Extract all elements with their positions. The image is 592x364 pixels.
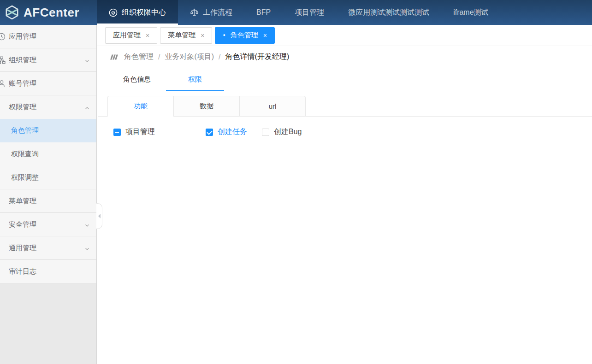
- tree-node-project-mgmt: 项目管理: [113, 127, 206, 137]
- top-menu-item-bfp[interactable]: BFP: [244, 0, 283, 25]
- clock-icon: [0, 33, 6, 41]
- afcenter-logo-icon: [4, 5, 20, 20]
- tab-role-info[interactable]: 角色信息: [108, 68, 166, 91]
- breadcrumb-item-role-mgmt[interactable]: 角色管理: [124, 52, 154, 62]
- sidebar-item-audit-log[interactable]: 审计日志: [0, 260, 96, 283]
- collapse-left-arrow-icon: [98, 214, 101, 218]
- top-menu: 组织权限中心 工作流程 BFP 项目管理 微应用测试测试测试测试 iframe测…: [97, 0, 501, 25]
- sidebar-item-label: 组织管理: [9, 56, 36, 65]
- breadcrumb-item-role-detail: 角色详情(开发经理): [225, 52, 290, 62]
- sidebar-item-label: 账号管理: [9, 79, 36, 88]
- sidebar-item-security-mgmt[interactable]: 安全管理: [0, 213, 96, 236]
- sidebar-item-label: 应用管理: [9, 32, 36, 41]
- sidebar-item-label: 菜单管理: [9, 197, 36, 205]
- tree-node-label[interactable]: 创建Bug: [274, 127, 302, 137]
- sidebar-item-app-mgmt[interactable]: 应用管理: [0, 25, 96, 48]
- breadcrumb: 角色管理 / 业务对象(项目) / 角色详情(开发经理): [97, 46, 592, 68]
- top-menu-item-workflow[interactable]: 工作流程: [178, 0, 244, 25]
- content-divider: [98, 150, 592, 150]
- tab-label: 权限: [188, 75, 202, 84]
- checkbox-indeterminate[interactable]: [113, 129, 121, 136]
- role-detail-tabs: 角色信息 权限: [97, 68, 592, 91]
- chevron-down-icon: [84, 222, 90, 229]
- heart-badge-icon: [109, 8, 118, 17]
- sidebar-item-label: 权限查询: [11, 150, 39, 159]
- sidebar: 应用管理 组织管理: [0, 25, 97, 364]
- sidebar-item-account-mgmt[interactable]: 账号管理: [0, 72, 96, 95]
- top-menu-item-org-perm-center[interactable]: 组织权限中心: [97, 0, 178, 25]
- user-icon: [0, 80, 6, 88]
- close-icon[interactable]: ×: [201, 32, 204, 39]
- breadcrumb-separator: /: [219, 53, 220, 61]
- main-area: 应用管理 × 菜单管理 × ● 角色管理 ×: [97, 25, 592, 364]
- chevron-down-icon: [84, 57, 90, 65]
- sidebar-item-perm-adjust[interactable]: 权限调整: [0, 166, 96, 189]
- page-tab-app-mgmt[interactable]: 应用管理 ×: [105, 27, 157, 44]
- scale-icon: [190, 8, 199, 17]
- perm-tab-label: 数据: [200, 102, 213, 111]
- checkbox-checked[interactable]: [206, 129, 213, 136]
- active-dot-icon: ●: [223, 33, 225, 37]
- tab-label: 角色信息: [123, 75, 151, 84]
- tree-node-label[interactable]: 创建任务: [218, 127, 247, 137]
- chevron-down-icon: [84, 245, 90, 253]
- sidebar-item-perm-query[interactable]: 权限查询: [0, 142, 96, 166]
- sidebar-item-menu-mgmt[interactable]: 菜单管理: [0, 189, 96, 213]
- permission-type-tabs: 功能 数据 url: [97, 96, 592, 117]
- sidebar-item-perm-mgmt[interactable]: 权限管理: [0, 95, 96, 119]
- permission-tree: 项目管理 创建任务 创建Bug: [97, 117, 592, 137]
- tree-node-create-task: 创建任务: [206, 127, 247, 137]
- sidebar-item-label: 通用管理: [9, 244, 36, 252]
- tab-permissions[interactable]: 权限: [166, 68, 224, 91]
- page-tab-menu-mgmt[interactable]: 菜单管理 ×: [160, 27, 212, 44]
- page-tab-role-mgmt[interactable]: ● 角色管理 ×: [215, 27, 275, 44]
- brand-logo[interactable]: AFCenter: [0, 0, 97, 25]
- checkbox-unchecked[interactable]: [262, 129, 269, 136]
- close-icon[interactable]: ×: [263, 32, 267, 39]
- top-menu-label: 项目管理: [295, 8, 324, 18]
- top-menu-item-microapp-test[interactable]: 微应用测试测试测试测试: [336, 0, 441, 25]
- sidebar-collapse-handle[interactable]: [96, 203, 102, 229]
- top-menu-item-project-mgmt[interactable]: 项目管理: [283, 0, 336, 25]
- top-menu-item-iframe-test[interactable]: iframe测试: [441, 0, 500, 25]
- top-menu-label: 组织权限中心: [122, 8, 166, 18]
- top-menu-label: BFP: [256, 8, 271, 17]
- sidebar-item-label: 安全管理: [9, 220, 36, 229]
- sidebar-item-label: 权限管理: [9, 103, 36, 112]
- sidebar-item-general-mgmt[interactable]: 通用管理: [0, 236, 96, 260]
- sidebar-menu: 应用管理 组织管理: [0, 25, 96, 283]
- top-navbar: AFCenter 组织权限中心 工作流程: [0, 0, 592, 25]
- sidebar-item-label: 审计日志: [9, 267, 36, 276]
- tree-node-create-bug: 创建Bug: [262, 127, 302, 137]
- breadcrumb-separator: /: [158, 53, 160, 61]
- sidebar-item-label: 角色管理: [11, 126, 39, 135]
- sidebar-item-role-mgmt[interactable]: 角色管理: [0, 119, 96, 142]
- perm-tab-function[interactable]: 功能: [107, 96, 174, 117]
- close-icon[interactable]: ×: [146, 32, 149, 39]
- perm-tab-data[interactable]: 数据: [173, 96, 240, 117]
- breadcrumb-item-business-object[interactable]: 业务对象(项目): [165, 52, 214, 62]
- tree-node-label[interactable]: 项目管理: [125, 127, 155, 137]
- page-tab-label: 角色管理: [231, 31, 258, 40]
- sidebar-item-org-mgmt[interactable]: 组织管理: [0, 48, 96, 72]
- page-tab-label: 菜单管理: [168, 31, 195, 40]
- sidebar-item-label: 权限调整: [11, 173, 39, 182]
- top-menu-label: 微应用测试测试测试测试: [348, 8, 429, 18]
- top-menu-label: 工作流程: [203, 8, 232, 18]
- perm-tab-label: url: [269, 102, 277, 110]
- page-tabbar: 应用管理 × 菜单管理 × ● 角色管理 ×: [97, 25, 592, 46]
- perm-tab-url[interactable]: url: [239, 96, 306, 117]
- perm-tab-label: 功能: [134, 102, 148, 111]
- breadcrumb-bars-icon: [109, 53, 119, 61]
- brand-name: AFCenter: [24, 6, 79, 20]
- org-chart-icon: [0, 56, 6, 64]
- top-menu-label: iframe测试: [453, 8, 488, 18]
- page-tab-label: 应用管理: [113, 31, 141, 40]
- chevron-up-icon: [84, 104, 90, 112]
